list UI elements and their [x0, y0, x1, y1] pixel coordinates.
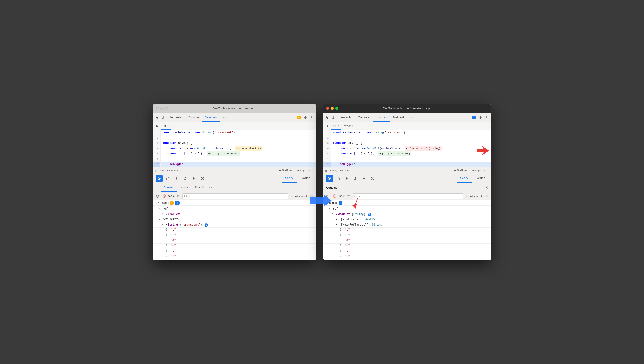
- svg-rect-23: [333, 118, 333, 118]
- tab-sources-left[interactable]: Sources: [202, 113, 220, 122]
- run-btn-right[interactable]: [325, 124, 330, 128]
- file-tab-ref-left[interactable]: ref ✕: [161, 123, 171, 130]
- left-tab-bar: Elements Console Sources >> 4 ⚙ ⋮: [153, 113, 316, 122]
- level-select-left[interactable]: Default levels ▾: [290, 194, 307, 198]
- coverage-right: Coverage: n/a: [469, 169, 486, 172]
- gear-icon-right[interactable]: ⚙: [478, 115, 483, 120]
- top-selector-right[interactable]: top ▾: [339, 194, 345, 198]
- right-code-area: 1 const cacheValue = new String('transie…: [323, 130, 491, 167]
- file-tab-vm-right[interactable]: VM348: [342, 123, 355, 130]
- step-out-btn-left[interactable]: [182, 175, 188, 182]
- coverage-icon-right[interactable]: ⊡: [487, 169, 489, 172]
- left-devtools-window: DevTools - www.photopea.com/ Elements Co…: [153, 104, 316, 260]
- file-tab-close-left[interactable]: ✕: [167, 124, 169, 128]
- bottom-tab-console-left[interactable]: Console: [161, 184, 177, 192]
- right-tab-icons: 2 ⚙ ⋮: [472, 115, 489, 120]
- pause-btn-left[interactable]: [156, 175, 162, 182]
- step-btn-left[interactable]: [190, 175, 197, 182]
- filter-input-right[interactable]: [353, 194, 463, 199]
- step-out-btn-right[interactable]: [352, 175, 359, 182]
- settings-btn-right[interactable]: ⚙: [484, 194, 489, 199]
- block-btn-left[interactable]: 🚫: [162, 194, 167, 199]
- tab-sources-right[interactable]: Sources: [373, 113, 390, 122]
- code-line-5-left: 5 const obj = { ref }; obj = {ref: WeakR…: [153, 151, 316, 156]
- deactivate-btn-left[interactable]: [199, 175, 206, 182]
- left-console-toolbar: 🚫 top ▾ 👁 Default levels ▾ ⚙: [153, 192, 316, 200]
- str-3-right: 3: "n": [323, 244, 491, 249]
- mobile-icon-left[interactable]: [160, 115, 165, 120]
- run-btn-left[interactable]: [155, 124, 160, 128]
- svg-marker-45: [352, 204, 357, 208]
- more-icon-left[interactable]: ⋮: [309, 115, 314, 120]
- tab-elements-left[interactable]: Elements: [165, 113, 184, 122]
- step-over-btn-right[interactable]: [335, 175, 341, 182]
- bottom-tabs-more-left[interactable]: ⋮: [155, 186, 160, 190]
- top-selector-left[interactable]: top ▾: [168, 194, 174, 198]
- step-over-btn-left[interactable]: [164, 175, 171, 182]
- code-line-2-left: 2: [153, 135, 316, 140]
- code-line-4-left: 4 const ref = new WeakRef(cacheValue); r…: [153, 146, 316, 151]
- code-line-4-right: 4 const ref = new WeakRef(cacheValue); r…: [323, 146, 491, 151]
- right-file-tabs: ref ✕ VM348: [323, 122, 491, 130]
- step-into-btn-left[interactable]: [173, 175, 180, 182]
- tab-more-right[interactable]: >>: [408, 116, 415, 119]
- svg-marker-10: [175, 178, 177, 180]
- level-select-right[interactable]: Default levels ▾: [465, 194, 482, 198]
- file-tab-ref-label-right: ref: [333, 124, 336, 128]
- scope-tab-left[interactable]: Scope: [282, 174, 297, 183]
- watch-tab-left[interactable]: Watch: [299, 174, 313, 183]
- console-entry-string-left: < ▾String {'transient'} i: [153, 222, 316, 228]
- run-enter-right[interactable]: ⌘+Enter: [454, 169, 468, 172]
- bottom-tab-more-left[interactable]: >>: [207, 186, 214, 190]
- tab-more-left[interactable]: >>: [220, 116, 228, 119]
- bottom-tab-search-left[interactable]: Search: [192, 184, 207, 192]
- tab-console-right[interactable]: Console: [355, 113, 372, 122]
- maximize-button-right[interactable]: [335, 107, 338, 110]
- gear-icon-left[interactable]: ⚙: [303, 115, 308, 120]
- more-icon-right[interactable]: ⋮: [484, 115, 489, 120]
- svg-marker-24: [327, 125, 328, 128]
- cursor-icon-left[interactable]: [155, 115, 160, 120]
- eye-icon-left[interactable]: 👁: [176, 194, 181, 199]
- step-btn-right[interactable]: [361, 175, 367, 182]
- cursor-icon-right[interactable]: [325, 115, 330, 120]
- console-close-btn-right[interactable]: ✕: [485, 185, 488, 190]
- minimize-button-right[interactable]: [331, 107, 334, 110]
- run-enter-left[interactable]: ⌘+Enter: [279, 169, 293, 172]
- deactivate-btn-right[interactable]: [369, 175, 376, 182]
- status-position-right: Line 7, Column 5: [329, 169, 349, 172]
- bottom-tab-issues-left[interactable]: Issues: [177, 184, 191, 192]
- svg-marker-13: [184, 177, 186, 178]
- info-badge-right: 2: [472, 116, 476, 119]
- minimize-button-left[interactable]: [160, 107, 163, 110]
- maximize-button-left[interactable]: [165, 107, 168, 110]
- right-console-output: ▶ ref < ▾WeakRef {String} i ▸ [[Prototyp…: [323, 206, 491, 260]
- tab-console-left[interactable]: Console: [185, 113, 202, 122]
- left-issues-bar: 92 Issues: 4 88: [153, 200, 316, 206]
- tab-elements-right[interactable]: Elements: [336, 113, 354, 122]
- svg-marker-28: [329, 178, 330, 179]
- str-5-right: 5: "i": [323, 254, 491, 259]
- left-console-output: ▶ ref < ▸WeakRef {} ▶ ref.deref() < ▾Str…: [153, 206, 316, 260]
- watch-tab-right[interactable]: Watch: [474, 174, 488, 183]
- step-into-btn-right[interactable]: [343, 175, 350, 182]
- filter-input-left[interactable]: [182, 194, 288, 199]
- file-tab-ref-right[interactable]: ref ✕: [331, 123, 341, 130]
- block-btn-right[interactable]: 🚫: [332, 194, 337, 199]
- right-bottom-panel: Console ✕ 🚫 top ▾ 👁 Defau: [323, 183, 491, 260]
- file-tab-close-ref-right[interactable]: ✕: [337, 124, 339, 128]
- scope-tab-right[interactable]: Scope: [457, 174, 472, 183]
- svg-marker-2: [156, 125, 158, 128]
- svg-marker-36: [354, 177, 356, 178]
- svg-marker-26: [454, 170, 456, 172]
- tab-network-right[interactable]: Network: [390, 113, 407, 122]
- close-button-right[interactable]: [326, 107, 329, 110]
- mobile-icon-right[interactable]: [330, 115, 335, 120]
- pause-btn-right[interactable]: [326, 175, 333, 182]
- eye-icon-right[interactable]: 👁: [346, 194, 351, 199]
- coverage-icon-left[interactable]: ⊡: [312, 169, 314, 172]
- close-button-left[interactable]: [156, 107, 159, 110]
- clear-console-btn-left[interactable]: [155, 194, 160, 199]
- left-tab-icons: 4 ⚙ ⋮: [297, 115, 314, 120]
- svg-marker-16: [193, 178, 195, 180]
